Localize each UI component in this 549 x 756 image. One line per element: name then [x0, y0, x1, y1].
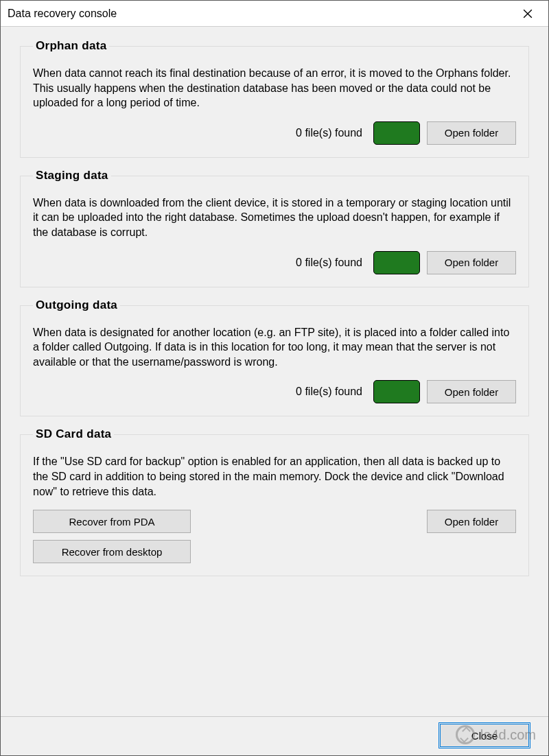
close-icon [523, 9, 533, 19]
outgoing-data-group: Outgoing data When data is designated fo… [20, 305, 529, 417]
sdcard-button-row: Recover from PDA Recover from desktop Op… [33, 510, 516, 563]
orphan-data-group: Orphan data When data cannot reach its f… [20, 46, 529, 158]
staging-open-folder-button[interactable]: Open folder [427, 251, 516, 274]
staging-status-indicator [373, 251, 420, 274]
outgoing-status-indicator [373, 380, 420, 403]
window-close-button[interactable] [514, 3, 541, 24]
recover-from-pda-button[interactable]: Recover from PDA [33, 510, 191, 533]
outgoing-open-folder-button[interactable]: Open folder [427, 380, 516, 403]
outgoing-data-title: Outgoing data [33, 298, 120, 312]
sdcard-data-title: SD Card data [33, 427, 114, 441]
sdcard-open-folder-button[interactable]: Open folder [427, 510, 516, 533]
orphan-data-title: Orphan data [33, 39, 109, 53]
orphan-data-description: When data cannot reach its final destina… [33, 66, 516, 110]
outgoing-status-row: 0 file(s) found Open folder [33, 380, 516, 403]
staging-data-title: Staging data [33, 169, 111, 182]
sdcard-data-group: SD Card data If the "Use SD card for bac… [20, 434, 529, 576]
dialog-content: Orphan data When data cannot reach its f… [1, 27, 548, 755]
recover-from-desktop-button[interactable]: Recover from desktop [33, 540, 191, 563]
window-title: Data recovery console [8, 8, 117, 20]
sdcard-data-description: If the "Use SD card for backup" option i… [33, 454, 516, 499]
window: Data recovery console Orphan data When d… [0, 0, 549, 756]
titlebar: Data recovery console [1, 1, 548, 27]
orphan-open-folder-button[interactable]: Open folder [427, 121, 516, 145]
orphan-status-row: 0 file(s) found Open folder [33, 121, 516, 145]
staging-data-description: When data is downloaded from the client … [33, 196, 516, 240]
staging-data-group: Staging data When data is downloaded fro… [20, 176, 529, 287]
orphan-files-count: 0 file(s) found [296, 127, 362, 139]
outgoing-data-description: When data is designated for another loca… [33, 325, 516, 370]
close-button[interactable]: Close [440, 724, 529, 747]
outgoing-files-count: 0 file(s) found [296, 386, 362, 398]
staging-status-row: 0 file(s) found Open folder [33, 251, 516, 274]
orphan-status-indicator [373, 121, 420, 145]
dialog-footer: Close [1, 716, 548, 747]
staging-files-count: 0 file(s) found [296, 257, 362, 269]
